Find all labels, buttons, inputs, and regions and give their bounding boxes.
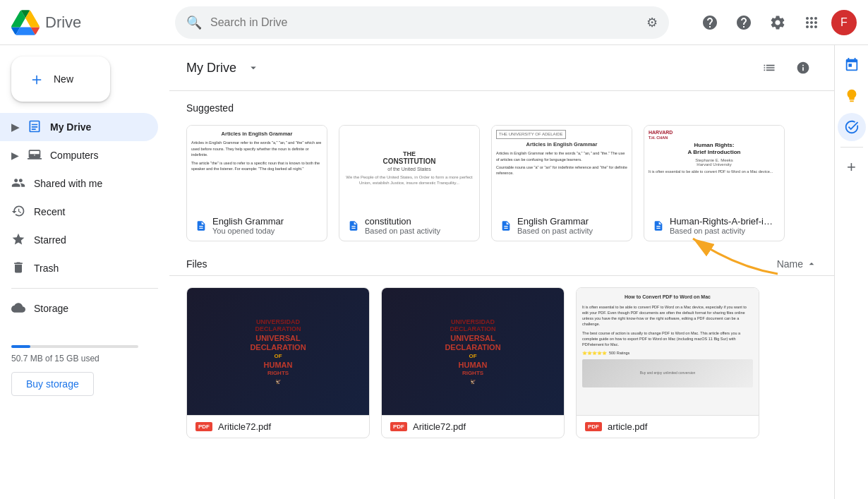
file-name-1: Ariticle72.pdf: [413, 421, 466, 432]
sidebar-item-computers[interactable]: ▶ Computers: [0, 141, 158, 169]
rp-tasks-icon[interactable]: [838, 113, 866, 141]
udhr-org-text-2: UNIVERSIDADDECLARATION: [450, 318, 496, 332]
file-card-1[interactable]: UNIVERSIDADDECLARATION UNIVERSALDECLARAT…: [381, 287, 565, 438]
files-label: Files: [186, 258, 777, 270]
udhr-rights-text-2: RIGHTS: [462, 370, 483, 376]
avatar[interactable]: F: [831, 10, 857, 35]
udhr-rights-text: RIGHTS: [267, 370, 289, 376]
rp-calendar-icon[interactable]: [838, 51, 866, 79]
card-info-1: constitution Based on past activity: [339, 210, 479, 241]
card-info-3: Human-Rights-A-brief-in... Based on past…: [644, 210, 784, 241]
trash-label: Trash: [34, 263, 59, 274]
file-card-0[interactable]: UNIVERSIDADDECLARATION UNIVERSALDECLARAT…: [186, 287, 370, 438]
suggested-label: Suggested: [169, 91, 834, 119]
search-bar[interactable]: 🔍 ⚙: [175, 6, 669, 39]
my-drive-icon: [28, 119, 42, 136]
suggested-card-1[interactable]: THE CONSTITUTION of the United States We…: [339, 125, 480, 241]
search-icon: 🔍: [186, 15, 202, 30]
card-thumbnail-1: THE CONSTITUTION of the United States We…: [339, 126, 479, 210]
recent-icon: [11, 204, 25, 220]
sort-button[interactable]: Name: [777, 258, 817, 270]
drive-dropdown-icon[interactable]: [242, 56, 265, 79]
drive-header: My Drive: [169, 45, 834, 91]
udhr-main-title-2: UNIVERSALDECLARATION: [445, 334, 500, 352]
card-name-1: constitution: [365, 216, 471, 227]
trash-icon: [11, 260, 25, 277]
card-thumbnail-0: Articles in English Grammar Articles in …: [187, 126, 327, 210]
right-panel: +: [834, 45, 868, 499]
suggested-card-3[interactable]: HARVARDT.H. CHAN Human Rights:A Brief In…: [644, 125, 785, 241]
page-title: My Drive: [186, 61, 236, 76]
udhr-human-rights-2: HUMAN: [459, 361, 488, 370]
new-button[interactable]: ＋ New: [11, 56, 110, 102]
udhr-human-rights: HUMAN: [264, 361, 293, 370]
buy-storage-button[interactable]: Buy storage: [11, 372, 94, 396]
file-thumbnail-2: How to Convert PDF to Word on Mac It is …: [577, 288, 759, 415]
starred-icon: [11, 232, 25, 248]
sidebar-item-recent[interactable]: Recent: [0, 198, 158, 226]
card-sub-3: Based on past activity: [670, 227, 776, 235]
rp-keep-icon[interactable]: [838, 82, 866, 110]
doc-icon-2: [500, 220, 512, 232]
list-view-icon[interactable]: [755, 54, 783, 82]
shared-label: Shared with me: [34, 178, 102, 189]
computers-label: Computers: [50, 150, 98, 161]
search-input[interactable]: [210, 16, 638, 29]
sidebar-item-shared-with-me[interactable]: Shared with me: [0, 169, 158, 198]
storage-icon: [11, 301, 25, 317]
drive-header-right: [755, 54, 817, 82]
file-thumbnail-0: UNIVERSIDADDECLARATION UNIVERSALDECLARAT…: [187, 288, 369, 415]
rp-divider: [840, 147, 863, 148]
card-text-1: constitution Based on past activity: [365, 216, 471, 235]
card-name-0: English Grammar: [212, 216, 318, 227]
suggested-grid: Articles in English Grammar Articles in …: [169, 119, 834, 253]
card-thumbnail-3: HARVARDT.H. CHAN Human Rights:A Brief In…: [644, 126, 784, 210]
card-text-2: English Grammar Based on past activity: [517, 216, 623, 235]
sidebar-item-trash[interactable]: Trash: [0, 254, 158, 282]
card-sub-0: You opened today: [212, 227, 318, 235]
card-thumbnail-2: THE UNIVERSITY OF ADELAIDE Articles in E…: [492, 126, 632, 210]
suggested-card-2[interactable]: THE UNIVERSITY OF ADELAIDE Articles in E…: [491, 125, 632, 241]
main-layout: ＋ New ▶ My Drive ▶ Computers Shared with…: [0, 45, 868, 499]
sort-up-icon: [806, 258, 817, 270]
doc-icon-3: [653, 220, 664, 232]
udhr-main-title: UNIVERSALDECLARATION: [250, 334, 306, 352]
file-name-2: article.pdf: [608, 421, 647, 432]
suggested-card-0[interactable]: Articles in English Grammar Articles in …: [186, 125, 327, 241]
card-info-0: English Grammar You opened today: [187, 210, 327, 241]
apps-icon[interactable]: [797, 8, 826, 37]
topbar: Drive 🔍 ⚙ F: [0, 0, 868, 45]
storage-label: Storage: [34, 303, 68, 314]
storage-bar-fill: [11, 345, 30, 348]
card-name-2: English Grammar: [517, 216, 623, 227]
storage-section: 50.7 MB of 15 GB used Buy storage: [0, 328, 169, 407]
info-icon[interactable]: [789, 54, 817, 82]
expand-computers-icon: ▶: [11, 150, 19, 161]
topbar-right: F: [696, 8, 857, 37]
file-info-1: PDF Ariticle72.pdf: [382, 415, 564, 438]
card-text-3: Human-Rights-A-brief-in... Based on past…: [670, 216, 776, 235]
sidebar-item-my-drive[interactable]: ▶ My Drive: [0, 113, 158, 141]
rp-add-icon[interactable]: +: [838, 153, 866, 181]
shared-icon: [11, 176, 25, 192]
sidebar: ＋ New ▶ My Drive ▶ Computers Shared with…: [0, 45, 169, 499]
card-info-2: English Grammar Based on past activity: [492, 210, 632, 241]
card-sub-1: Based on past activity: [365, 227, 471, 235]
feedback-icon[interactable]: [696, 8, 724, 37]
drive-logo-icon: [11, 8, 40, 37]
storage-bar-background: [11, 345, 138, 348]
tune-icon[interactable]: ⚙: [646, 15, 658, 30]
file-name-0: Ariticle72.pdf: [218, 421, 271, 432]
files-header: Files Name: [169, 253, 834, 276]
plus-icon: ＋: [28, 68, 45, 90]
new-label: New: [54, 73, 73, 85]
help-icon[interactable]: [730, 8, 758, 37]
computers-icon: [28, 148, 42, 164]
sidebar-item-storage[interactable]: Storage: [0, 294, 158, 323]
file-card-2[interactable]: How to Convert PDF to Word on Mac It is …: [576, 287, 759, 438]
card-sub-2: Based on past activity: [517, 227, 623, 235]
settings-icon[interactable]: [764, 8, 792, 37]
sidebar-item-starred[interactable]: Starred: [0, 226, 158, 254]
pdf-badge-0: PDF: [195, 422, 212, 431]
chevron-right-icon: ▶: [11, 121, 19, 133]
